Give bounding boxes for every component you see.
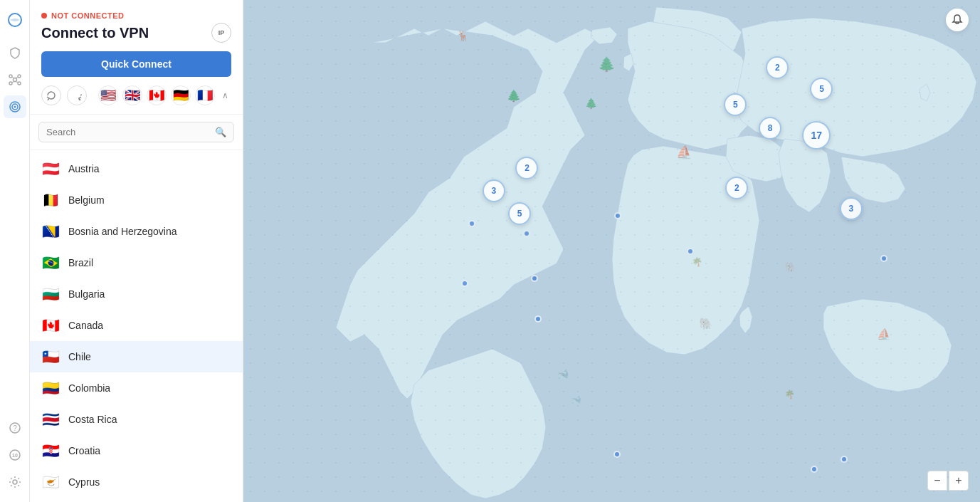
header-buttons bbox=[41, 85, 87, 105]
country-name: Bulgaria bbox=[68, 288, 105, 300]
map-fish-icon: 🐋 bbox=[557, 368, 569, 380]
svg-text:?: ? bbox=[13, 424, 17, 432]
country-flag: 🇧🇪 bbox=[41, 192, 60, 209]
map-tree3-icon: 🌲 bbox=[598, 56, 616, 73]
map-cluster[interactable]: 2 bbox=[766, 56, 789, 79]
icon-rail: ? 10 bbox=[0, 0, 30, 502]
country-item[interactable]: 🇧🇪 Belgium bbox=[30, 184, 243, 216]
quick-connect-button[interactable]: Quick Connect bbox=[41, 51, 231, 77]
map-cluster[interactable]: 5 bbox=[810, 78, 833, 100]
target-rail-icon[interactable] bbox=[4, 95, 26, 118]
reset-button[interactable] bbox=[41, 85, 61, 105]
map-sailboat2-icon: ⛵ bbox=[877, 328, 891, 341]
map-tree-icon: 🌲 bbox=[507, 89, 521, 103]
nodes-rail-icon[interactable] bbox=[4, 68, 26, 91]
search-container: 🔍 bbox=[30, 115, 243, 150]
zoom-out-button[interactable]: − bbox=[927, 471, 947, 491]
title-row: Connect to VPN IP bbox=[41, 23, 231, 43]
map-cluster[interactable]: 17 bbox=[802, 121, 831, 150]
country-item[interactable]: 🇧🇦 Bosnia and Herzegovina bbox=[30, 216, 243, 247]
country-name: Colombia bbox=[68, 382, 110, 394]
map-dot[interactable] bbox=[811, 466, 818, 473]
map-dot[interactable] bbox=[687, 248, 694, 255]
flag-gb[interactable]: 🇬🇧 bbox=[122, 85, 142, 105]
svg-line-9 bbox=[15, 82, 19, 83]
map-cluster[interactable]: 2 bbox=[515, 157, 538, 179]
svg-line-6 bbox=[11, 78, 15, 78]
map-dot[interactable] bbox=[531, 275, 538, 282]
map-cluster[interactable]: 8 bbox=[759, 117, 781, 140]
map-dot[interactable] bbox=[461, 280, 468, 287]
flag-de[interactable]: 🇩🇪 bbox=[171, 85, 191, 105]
country-flag: 🇧🇬 bbox=[41, 286, 60, 303]
connect-title: Connect to VPN bbox=[41, 25, 149, 41]
support-rail-icon[interactable]: ? bbox=[4, 417, 26, 439]
svg-point-2 bbox=[9, 75, 12, 78]
flag-ca[interactable]: 🇨🇦 bbox=[147, 85, 167, 105]
country-name: Brazil bbox=[68, 257, 93, 268]
map-dot[interactable] bbox=[468, 220, 475, 227]
refresh-button[interactable] bbox=[67, 85, 87, 105]
country-name: Cyprus bbox=[68, 476, 100, 488]
country-name: Belgium bbox=[68, 194, 105, 206]
country-flag: 🇨🇷 bbox=[41, 411, 60, 428]
recent-flags: 🇺🇸 🇬🇧 🇨🇦 🇩🇪 🇫🇷 ∧ bbox=[98, 85, 231, 105]
country-name: Canada bbox=[68, 320, 103, 331]
map-dot[interactable] bbox=[534, 315, 542, 323]
country-item[interactable]: 🇨🇴 Colombia bbox=[30, 372, 243, 404]
map-cluster[interactable]: 5 bbox=[508, 202, 531, 225]
map-dot[interactable] bbox=[880, 255, 887, 262]
shield-rail-icon[interactable] bbox=[4, 41, 26, 64]
country-item[interactable]: 🇨🇦 Canada bbox=[30, 310, 243, 341]
country-item[interactable]: 🇨🇱 Chile bbox=[30, 341, 243, 372]
ip-button[interactable]: IP bbox=[211, 23, 231, 43]
search-icon: 🔍 bbox=[215, 127, 226, 137]
svg-point-1 bbox=[13, 78, 16, 82]
map-dot[interactable] bbox=[523, 230, 530, 237]
country-item[interactable]: 🇦🇹 Austria bbox=[30, 153, 243, 184]
map-palm2-icon: 🌴 bbox=[784, 389, 795, 399]
svg-point-5 bbox=[18, 82, 21, 85]
map-animal-icon: 🦌 bbox=[457, 30, 470, 42]
svg-rect-20 bbox=[243, 0, 980, 502]
map-dot[interactable] bbox=[841, 456, 848, 463]
country-item[interactable]: 🇨🇷 Costa Rica bbox=[30, 404, 243, 435]
badge-rail-icon[interactable]: 10 bbox=[4, 444, 26, 466]
zoom-in-button[interactable]: + bbox=[949, 471, 969, 491]
header-actions: 🇺🇸 🇬🇧 🇨🇦 🇩🇪 🇫🇷 ∧ bbox=[41, 85, 231, 105]
map-cluster[interactable]: 3 bbox=[840, 197, 863, 220]
map-cluster[interactable]: 2 bbox=[725, 177, 748, 199]
svg-point-17 bbox=[13, 480, 17, 484]
country-item[interactable]: 🇨🇾 Cyprus bbox=[30, 466, 243, 498]
country-flag: 🇦🇹 bbox=[41, 160, 60, 177]
svg-line-7 bbox=[15, 78, 19, 78]
country-item[interactable]: 🇨🇿 Czech Republic bbox=[30, 498, 243, 502]
country-name: Chile bbox=[68, 351, 91, 362]
country-item[interactable]: 🇧🇬 Bulgaria bbox=[30, 278, 243, 310]
sidebar-panel: NOT CONNECTED Connect to VPN IP Quick Co… bbox=[30, 0, 243, 502]
map-cluster[interactable]: 3 bbox=[483, 179, 505, 202]
country-name: Costa Rica bbox=[68, 414, 117, 425]
map-dot[interactable] bbox=[614, 212, 621, 219]
country-flag: 🇨🇱 bbox=[41, 348, 60, 365]
svg-point-12 bbox=[14, 106, 16, 108]
country-item[interactable]: 🇭🇷 Croatia bbox=[30, 435, 243, 466]
logo-icon[interactable] bbox=[4, 9, 26, 31]
country-item[interactable]: 🇧🇷 Brazil bbox=[30, 247, 243, 278]
zoom-controls: − + bbox=[927, 471, 969, 491]
collapse-button[interactable]: ∧ bbox=[219, 88, 231, 103]
map-tree2-icon: 🌲 bbox=[585, 98, 598, 110]
flag-us[interactable]: 🇺🇸 bbox=[98, 85, 118, 105]
svg-point-3 bbox=[18, 75, 21, 78]
map-cluster[interactable]: 5 bbox=[724, 93, 747, 116]
flag-fr[interactable]: 🇫🇷 bbox=[195, 85, 215, 105]
connection-status: NOT CONNECTED bbox=[41, 11, 231, 20]
country-flag: 🇨🇴 bbox=[41, 380, 60, 397]
search-input[interactable] bbox=[46, 127, 209, 137]
map-palm-icon: 🌴 bbox=[692, 256, 702, 267]
map-dot[interactable] bbox=[613, 451, 621, 458]
country-flag: 🇭🇷 bbox=[41, 442, 60, 459]
map-sailboat-icon: ⛵ bbox=[676, 145, 692, 160]
notification-bell[interactable] bbox=[946, 9, 969, 31]
settings-rail-icon[interactable] bbox=[4, 471, 26, 493]
